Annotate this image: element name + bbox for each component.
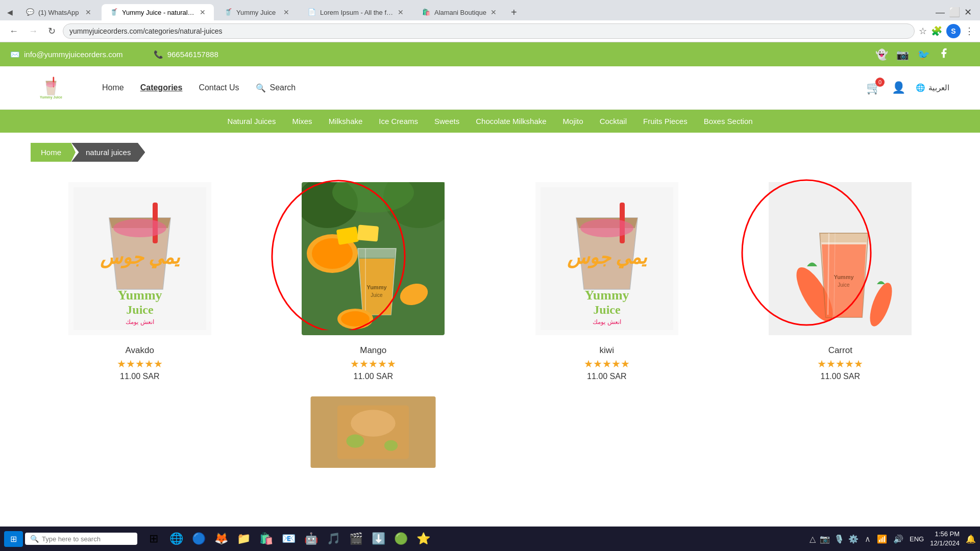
taskbar-app-extra[interactable]: ⭐ [413, 529, 433, 549]
svg-text:Yummy Juice: Yummy Juice [40, 95, 62, 99]
minimize-button[interactable]: — [936, 7, 945, 18]
reload-button[interactable]: ↻ [45, 24, 59, 38]
taskbar-edge[interactable]: 🌐 [166, 529, 186, 549]
nav-right: 🛒 0 👤 🌐 العربية [866, 81, 949, 95]
breadcrumb-home[interactable]: Home [31, 143, 76, 162]
cat-boxes-section[interactable]: Boxes Section [704, 117, 753, 126]
site-logo[interactable]: Yummy Juice [31, 72, 71, 103]
tab-whatsapp[interactable]: 💬 (1) WhatsApp ✕ [18, 4, 100, 20]
tab-scroll-back[interactable]: ◀ [4, 7, 16, 17]
back-button[interactable]: ← [6, 25, 21, 38]
taskbar-right: △ 📷 🎙️ ⚙️ ∧ 📶 🔊 ENG 1:56 PM 12/1/2024 🔔 [810, 530, 976, 548]
notification-icon[interactable]: 🔔 [966, 534, 976, 544]
sound-icon[interactable]: 🔊 [893, 534, 903, 544]
twitter-icon[interactable]: 🐦 [917, 48, 930, 61]
cat-milkshake[interactable]: Milkshake [329, 117, 363, 126]
taskbar-media[interactable]: 🎬 [346, 529, 366, 549]
audio-icon[interactable]: 🎙️ [834, 534, 844, 544]
taskbar-store[interactable]: 🛍️ [256, 529, 276, 549]
nav-search[interactable]: 🔍 Search [256, 83, 296, 93]
network-icon[interactable]: 📶 [877, 534, 887, 544]
cat-cocktail[interactable]: Cocktail [600, 117, 627, 126]
bookmark-icon[interactable]: ☆ [919, 26, 927, 37]
start-button[interactable]: ⊞ [4, 531, 23, 547]
snapchat-icon[interactable]: 👻 [875, 48, 888, 61]
taskbar-vlc[interactable]: 🎵 [323, 529, 344, 549]
address-bar-row: ← → ↻ ☆ 🧩 S ⋮ [0, 20, 980, 42]
tab-lorem[interactable]: 📄 Lorem Ipsum - All the facts - Li... ✕ [300, 4, 412, 20]
product-kiwi[interactable]: يمي جوس Yummy Juice انعش يومك kiwi ★★★★★… [498, 177, 716, 381]
tab-lorem-label: Lorem Ipsum - All the facts - Li... [320, 9, 394, 16]
close-button[interactable]: ✕ [964, 7, 972, 18]
window-controls: — ⬜ ✕ [936, 7, 976, 18]
tab-yummy[interactable]: 🥤 Yummy Juice ✕ [216, 4, 298, 20]
chevron-up-icon[interactable]: ∧ [865, 534, 871, 544]
breadcrumb-current: natural juices [71, 143, 145, 162]
cat-ice-creams[interactable]: Ice Creams [379, 117, 418, 126]
settings-icon[interactable]: ⚙️ [848, 534, 859, 544]
maximize-button[interactable]: ⬜ [949, 7, 960, 18]
svg-point-30 [341, 311, 370, 327]
profile-button[interactable]: S [946, 24, 961, 38]
svg-point-57 [347, 434, 364, 447]
taskbar-explorer[interactable]: 📁 [233, 529, 254, 549]
cat-mixes[interactable]: Mixes [292, 117, 312, 126]
taskbar-firefox[interactable]: 🦊 [211, 529, 231, 549]
nav-home[interactable]: Home [102, 83, 124, 92]
carrot-price: 11.00 SAR [821, 372, 860, 381]
extensions-icon[interactable]: 🧩 [931, 26, 942, 37]
cart-badge: 0 [875, 78, 885, 87]
email-item: ✉️ info@yummyjuiceorders.com [10, 50, 123, 59]
more-options-icon[interactable]: ⋮ [965, 26, 974, 37]
product-carrot[interactable]: Yummy Juice Carrot ★★★★★ 11.00 SAR [731, 177, 950, 381]
svg-text:انعش يومك: انعش يومك [593, 318, 621, 325]
taskbar-copilot[interactable]: 🤖 [301, 529, 321, 549]
instagram-icon[interactable]: 📷 [896, 48, 909, 61]
social-icons: 👻 📷 🐦 [875, 47, 970, 61]
camera-icon[interactable]: 📷 [820, 534, 830, 544]
whatsapp-favicon: 💬 [26, 8, 34, 16]
product-mango[interactable]: Yummy Juice Mango [264, 177, 483, 381]
cart-button[interactable]: 🛒 0 [866, 81, 881, 95]
taskbar-search-box[interactable]: 🔍 [25, 533, 137, 545]
cat-natural-juices[interactable]: Natural Juices [227, 117, 276, 126]
tab-lorem-close[interactable]: ✕ [398, 8, 404, 16]
nav-categories[interactable]: Categories [140, 83, 183, 92]
taskbar-task-view[interactable]: ⊞ [143, 529, 164, 549]
language-button[interactable]: 🌐 العربية [916, 83, 949, 92]
cat-chocolate-milkshake[interactable]: Chocolate Milkshake [476, 117, 546, 126]
cat-mojito[interactable]: Mojito [563, 117, 583, 126]
taskbar-chrome[interactable]: 🔵 [188, 529, 209, 549]
taskbar-search-input[interactable] [42, 535, 124, 543]
kiwi-img-wrap: يمي جوس Yummy Juice انعش يومك [498, 177, 716, 340]
svg-text:Yummy: Yummy [584, 288, 629, 303]
firefox-icon: 🦊 [214, 532, 228, 545]
website: ✉️ info@yummyjuiceorders.com 📞 966546157… [0, 42, 980, 488]
tab-alamani-close[interactable]: ✕ [491, 8, 497, 16]
tab-alamani[interactable]: 🛍️ Alamani Boutique ✕ [414, 4, 505, 20]
tab-yummy-close[interactable]: ✕ [283, 8, 289, 16]
svg-text:انعش يومك: انعش يومك [126, 318, 154, 325]
address-input[interactable] [63, 23, 915, 39]
taskbar-outlook[interactable]: 📧 [278, 529, 299, 549]
extra-icon: ⭐ [416, 532, 430, 545]
cat-fruits-pieces[interactable]: Fruits Pieces [643, 117, 688, 126]
user-icon[interactable]: 👤 [892, 81, 905, 94]
search-label: Search [270, 83, 296, 92]
cat-sweets[interactable]: Sweets [434, 117, 459, 126]
tab-yummy-natural-close[interactable]: ✕ [200, 8, 206, 16]
tab-yummy-natural[interactable]: 🥤 Yummy Juice - natural juices ✕ [102, 4, 214, 20]
forward-button[interactable]: → [26, 25, 41, 38]
show-hidden-icon[interactable]: △ [810, 534, 816, 544]
nav-contact[interactable]: Contact Us [199, 83, 239, 92]
partial-spacer-4 [731, 396, 950, 468]
facebook-icon[interactable] [938, 47, 949, 61]
svg-text:Yummy: Yummy [367, 284, 387, 290]
new-tab-button[interactable]: + [507, 5, 521, 20]
tab-whatsapp-close[interactable]: ✕ [85, 8, 91, 16]
taskbar-bittorrent[interactable]: ⬇️ [368, 529, 388, 549]
taskbar-chrome2[interactable]: 🟢 [390, 529, 411, 549]
browser-chrome: ◀ 💬 (1) WhatsApp ✕ 🥤 Yummy Juice - natur… [0, 0, 980, 42]
email-text: info@yummyjuiceorders.com [24, 50, 123, 59]
product-avakdo[interactable]: يمي جوس Yummy Juice انعش يومك Avakdo ★★★… [31, 177, 249, 381]
